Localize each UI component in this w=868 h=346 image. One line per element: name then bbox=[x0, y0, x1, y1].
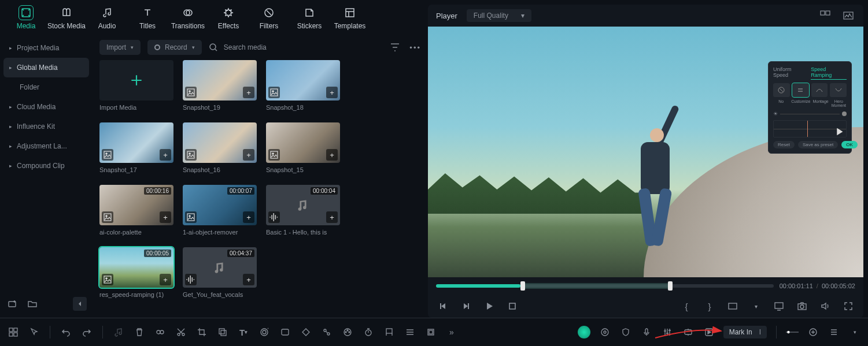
scrub-track[interactable] bbox=[436, 284, 774, 288]
media-tile[interactable]: 00:04:37+Get_You_feat_vocals bbox=[183, 247, 257, 298]
media-tile[interactable]: 00:00:05+res_speed-ramping (1) bbox=[99, 247, 173, 298]
folder-icon[interactable] bbox=[25, 297, 39, 311]
motion-icon[interactable] bbox=[320, 326, 333, 338]
image-icon[interactable] bbox=[102, 274, 113, 285]
save-preset-button[interactable]: Save as preset bbox=[798, 141, 838, 148]
add-icon[interactable]: + bbox=[326, 211, 338, 223]
search-input[interactable] bbox=[223, 43, 361, 52]
volume-icon[interactable] bbox=[818, 299, 832, 313]
add-icon[interactable]: + bbox=[243, 274, 254, 285]
mixer-icon[interactable] bbox=[661, 326, 674, 338]
add-marker-icon[interactable] bbox=[807, 326, 819, 338]
ai-avatar-icon[interactable] bbox=[578, 326, 590, 338]
tab-transitions[interactable]: Transitions bbox=[168, 1, 208, 34]
tab-speed-ramping[interactable]: Speed Ramping bbox=[811, 66, 847, 80]
add-icon[interactable]: + bbox=[160, 274, 171, 285]
image-icon[interactable] bbox=[102, 211, 113, 223]
color-icon[interactable] bbox=[341, 326, 354, 338]
group-icon[interactable] bbox=[424, 326, 437, 338]
ok-button[interactable]: OK bbox=[841, 141, 858, 148]
filter-icon[interactable] bbox=[390, 42, 400, 53]
redo-icon[interactable] bbox=[80, 326, 93, 338]
sidebar-item-folder[interactable]: Folder bbox=[3, 77, 89, 97]
import-button[interactable]: Import▾ bbox=[99, 40, 141, 55]
preset-montage[interactable] bbox=[811, 83, 828, 97]
delete-icon[interactable] bbox=[133, 326, 146, 338]
link-icon[interactable] bbox=[154, 326, 167, 338]
add-icon[interactable]: + bbox=[326, 87, 338, 98]
media-tile[interactable]: Import Media bbox=[99, 60, 173, 111]
media-tile[interactable]: +Snapshot_17 bbox=[99, 122, 173, 173]
snapshot-icon[interactable] bbox=[795, 299, 809, 313]
display-icon[interactable] bbox=[772, 299, 786, 313]
play-icon[interactable] bbox=[482, 299, 496, 313]
record-button[interactable]: Record▾ bbox=[147, 40, 202, 55]
add-icon[interactable]: + bbox=[160, 149, 171, 161]
audio-wave-icon[interactable] bbox=[268, 211, 280, 223]
aspect-icon[interactable] bbox=[726, 299, 740, 313]
reset-button[interactable]: Reset bbox=[773, 141, 795, 148]
new-folder-icon[interactable] bbox=[6, 297, 20, 311]
sidebar-item-compound-clip[interactable]: ▸Compound Clip bbox=[3, 156, 89, 176]
circle1-icon[interactable] bbox=[599, 326, 611, 338]
sidebar-item-project-media[interactable]: ▸Project Media bbox=[3, 38, 89, 58]
add-icon[interactable]: + bbox=[160, 211, 171, 223]
add-icon[interactable]: + bbox=[243, 87, 254, 98]
tab-media[interactable]: Media bbox=[6, 1, 46, 34]
mask-icon[interactable] bbox=[279, 326, 291, 338]
speed-icon[interactable] bbox=[258, 326, 271, 338]
prev-frame-icon[interactable] bbox=[436, 299, 450, 313]
tab-stickers[interactable]: Stickers bbox=[289, 1, 330, 34]
image-icon[interactable] bbox=[268, 87, 280, 98]
chevron-down-icon[interactable]: ▾ bbox=[749, 299, 763, 313]
chevron-down-icon[interactable]: ▾ bbox=[848, 326, 861, 338]
adjust-icon[interactable] bbox=[682, 326, 695, 338]
image-icon[interactable] bbox=[102, 149, 113, 161]
tab-templates[interactable]: Templates bbox=[330, 1, 370, 34]
next-frame-icon[interactable] bbox=[459, 299, 473, 313]
marker-icon[interactable] bbox=[383, 326, 396, 338]
image-icon[interactable] bbox=[185, 149, 197, 161]
text-icon[interactable]: T▾ bbox=[237, 326, 250, 338]
cut-icon[interactable] bbox=[175, 326, 187, 338]
layout-icon[interactable] bbox=[7, 326, 20, 338]
add-icon[interactable]: + bbox=[243, 211, 254, 223]
preset-no[interactable] bbox=[773, 83, 790, 97]
crop-icon[interactable] bbox=[195, 326, 208, 338]
sidebar-item-adjustment-la-[interactable]: ▸Adjustment La... bbox=[3, 136, 89, 156]
sidebar-item-influence-kit[interactable]: ▸Influence Kit bbox=[3, 117, 89, 136]
copy-icon[interactable] bbox=[216, 326, 229, 338]
mark-out-icon[interactable]: } bbox=[703, 299, 716, 313]
mic-icon[interactable] bbox=[640, 326, 653, 338]
media-tile[interactable]: +Snapshot_15 bbox=[266, 122, 340, 173]
add-icon[interactable]: + bbox=[243, 149, 254, 161]
fullscreen-icon[interactable] bbox=[841, 299, 855, 313]
render-icon[interactable] bbox=[703, 326, 715, 338]
timer-icon[interactable] bbox=[362, 326, 375, 338]
image-icon[interactable] bbox=[185, 211, 197, 223]
zoom-slider[interactable] bbox=[786, 326, 799, 338]
media-tile[interactable]: +Snapshot_16 bbox=[183, 122, 257, 173]
grid-view-icon[interactable] bbox=[818, 9, 832, 23]
preview-canvas[interactable]: Uniform Speed Speed Ramping No Customize… bbox=[428, 27, 863, 277]
add-icon[interactable]: + bbox=[326, 149, 338, 161]
more-tools-icon[interactable]: » bbox=[445, 326, 458, 338]
media-tile[interactable]: +Snapshot_18 bbox=[266, 60, 340, 111]
speed-ramping-panel[interactable]: Uniform Speed Speed Ramping No Customize… bbox=[768, 61, 852, 154]
ramp-graph[interactable] bbox=[773, 120, 847, 137]
shield-icon[interactable] bbox=[619, 326, 632, 338]
import-media-thumb[interactable] bbox=[99, 60, 173, 101]
scope-icon[interactable] bbox=[841, 9, 855, 23]
image-icon[interactable] bbox=[185, 87, 197, 98]
more-icon[interactable]: ••• bbox=[409, 43, 421, 52]
preset-customize[interactable] bbox=[792, 83, 809, 97]
tab-titles[interactable]: Titles bbox=[127, 1, 168, 34]
tab-audio[interactable]: Audio bbox=[87, 1, 127, 34]
keyframe-icon[interactable] bbox=[300, 326, 312, 338]
mark-in-icon[interactable]: { bbox=[679, 299, 693, 313]
image-icon[interactable] bbox=[268, 149, 280, 161]
preset-hero[interactable] bbox=[830, 83, 847, 97]
media-tile[interactable]: 00:00:07+1-ai-object-remover bbox=[183, 185, 257, 236]
tab-filters[interactable]: Filters bbox=[249, 1, 289, 34]
sidebar-item-cloud-media[interactable]: ▸Cloud Media bbox=[3, 97, 89, 117]
